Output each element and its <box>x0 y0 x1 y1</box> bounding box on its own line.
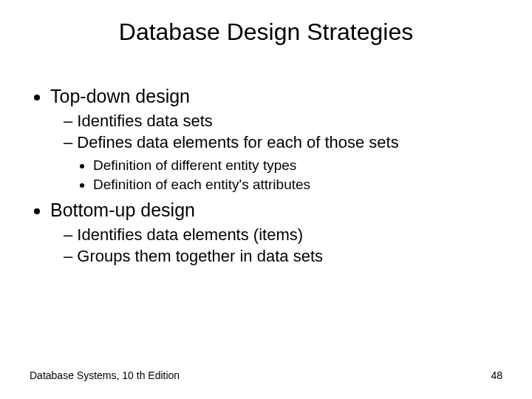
footer-page-number: 48 <box>491 369 502 381</box>
bullet-text: Top-down design <box>50 86 190 106</box>
bullet-text: Bottom-up design <box>50 200 195 220</box>
footer-source: Database Systems, 10 th Edition <box>30 369 180 381</box>
bullet-text: Groups them together in data sets <box>77 247 323 265</box>
slide-title: Database Design Strategies <box>0 18 532 46</box>
bullet-sublist: Identifies data sets Defines data elemen… <box>50 111 502 194</box>
bullet-level2: Defines data elements for each of those … <box>64 132 502 194</box>
bullet-subsublist: Definition of different entity types Def… <box>64 156 502 194</box>
bullet-level2: Identifies data elements (items) <box>64 225 502 246</box>
bullet-level1: Top-down design Identifies data sets Def… <box>50 85 502 194</box>
bullet-list: Top-down design Identifies data sets Def… <box>30 85 502 267</box>
slide-body: Top-down design Identifies data sets Def… <box>30 85 502 270</box>
slide: Database Design Strategies Top-down desi… <box>0 0 532 399</box>
bullet-level1: Bottom-up design Identifies data element… <box>50 199 502 267</box>
bullet-text: Identifies data elements (items) <box>77 225 303 244</box>
bullet-level2: Identifies data sets <box>64 111 502 132</box>
bullet-level3: Definition of different entity types <box>93 156 502 175</box>
bullet-level3: Definition of each entity's attributes <box>93 175 502 194</box>
bullet-level2: Groups them together in data sets <box>64 246 502 267</box>
bullet-text: Definition of different entity types <box>93 157 296 173</box>
bullet-sublist: Identifies data elements (items) Groups … <box>50 225 502 267</box>
bullet-text: Identifies data sets <box>77 112 212 130</box>
bullet-text: Definition of each entity's attributes <box>93 177 310 192</box>
bullet-text: Defines data elements for each of those … <box>77 133 398 151</box>
